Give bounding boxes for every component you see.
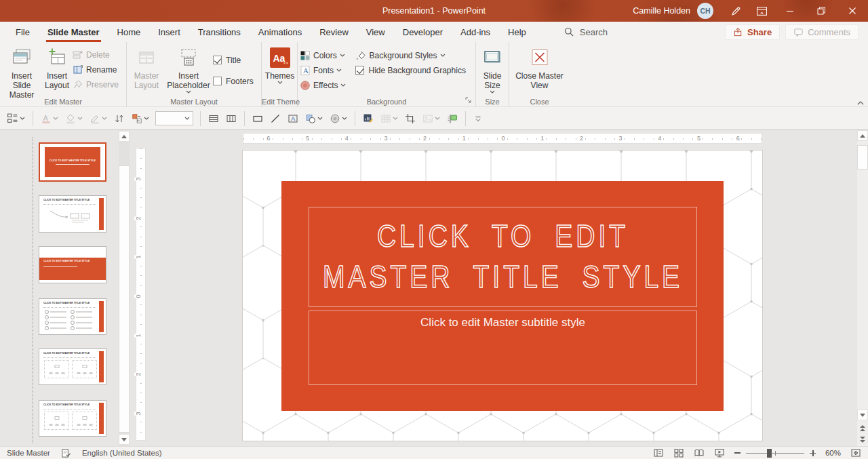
- group-label-master-layout: Master Layout: [127, 98, 261, 106]
- toolbar-separator: [355, 111, 355, 126]
- slide-thumbnail-two-content[interactable]: CLICK TO EDIT MASTER TITLE STYLE: [39, 348, 106, 385]
- fit-slide-to-window-button[interactable]: [850, 447, 861, 458]
- title-slide-background-shape[interactable]: CLICK TO EDIT MASTER TITLE STYLE Click t…: [281, 181, 724, 411]
- insert-placeholder-button[interactable]: Insert Placeholder: [164, 45, 213, 98]
- shape-effects-button[interactable]: [327, 111, 350, 126]
- background-styles-button[interactable]: Background Styles: [355, 49, 465, 61]
- collapse-ribbon-icon[interactable]: [857, 101, 864, 105]
- change-colors-icon: [132, 113, 142, 124]
- tab-add-ins[interactable]: Add-ins: [452, 22, 499, 42]
- main-scrollbar[interactable]: [857, 130, 868, 446]
- tab-insert[interactable]: Insert: [149, 22, 189, 42]
- slide-thumbnail-section-header[interactable]: CLICK TO EDIT MASTER TITLE STYLE: [39, 246, 106, 283]
- tab-review[interactable]: Review: [311, 22, 357, 42]
- slide-thumbnail-master[interactable]: CLICK TO EDIT MASTER TITLE STYLE: [39, 195, 106, 233]
- close-button[interactable]: [837, 0, 868, 22]
- sort-objects-button[interactable]: [111, 111, 127, 126]
- tab-help[interactable]: Help: [499, 22, 535, 42]
- share-button[interactable]: Share: [725, 24, 780, 40]
- zoom-out-button[interactable]: [734, 452, 741, 454]
- colors-button[interactable]: Colors: [300, 49, 346, 61]
- footers-checkbox-box[interactable]: [213, 77, 222, 85]
- hide-background-graphics-box[interactable]: [355, 66, 364, 75]
- ruler-number: 1: [134, 256, 143, 259]
- slide-size-button[interactable]: Slide Size: [478, 45, 507, 98]
- zoom-in-button[interactable]: [810, 450, 816, 456]
- thumbnail-scrollbar-thumb[interactable]: [119, 165, 130, 433]
- proofing-icon[interactable]: [61, 448, 71, 458]
- normal-view-button[interactable]: [653, 447, 664, 458]
- subtitle-placeholder[interactable]: Click to edit Master subtitle style: [309, 311, 697, 385]
- hide-background-graphics-checkbox[interactable]: Hide Background Graphics: [355, 64, 465, 76]
- svg-text:Aa: Aa: [273, 53, 285, 64]
- ribbon-display-options-icon[interactable]: [749, 0, 774, 22]
- footers-checkbox[interactable]: Footers: [213, 75, 254, 87]
- slide-sorter-view-button[interactable]: [673, 447, 684, 458]
- slide-canvas[interactable]: CLICK TO EDIT MASTER TITLE STYLE Click t…: [243, 151, 762, 441]
- comments-button[interactable]: Comments: [785, 24, 859, 40]
- next-slide-button[interactable]: [857, 434, 868, 445]
- thumbnail-scroll-down-button[interactable]: [119, 434, 130, 445]
- shapes-button[interactable]: [302, 111, 326, 126]
- ruler-number: 0: [500, 134, 506, 143]
- title-placeholder[interactable]: CLICK TO EDIT MASTER TITLE STYLE: [309, 207, 697, 307]
- line-shape-button[interactable]: [267, 111, 283, 126]
- search-box[interactable]: Search: [564, 22, 608, 42]
- scroll-up-button[interactable]: [857, 130, 868, 141]
- avatar[interactable]: CH: [697, 3, 713, 19]
- thumbnail-scroll-up-button[interactable]: [119, 131, 130, 142]
- previous-slide-button[interactable]: [857, 422, 868, 433]
- tab-slide-master[interactable]: Slide Master: [39, 22, 108, 42]
- themes-icon: Aa: [270, 47, 290, 68]
- horizontal-ruler[interactable]: 6543210123456: [243, 133, 762, 144]
- distribute-rows-button[interactable]: [205, 111, 222, 126]
- text-box-button[interactable]: A: [285, 111, 301, 126]
- title-checkbox-box[interactable]: [213, 56, 222, 64]
- more-options-button[interactable]: [471, 112, 486, 125]
- crop-button[interactable]: [402, 111, 418, 126]
- tab-developer[interactable]: Developer: [394, 22, 452, 42]
- insert-layout-button[interactable]: Insert Layout: [41, 45, 73, 98]
- style-combobox[interactable]: [155, 111, 193, 125]
- ruler-number: 2: [134, 216, 143, 220]
- effects-button[interactable]: Effects: [300, 79, 346, 91]
- reading-view-button[interactable]: [694, 447, 705, 458]
- slideshow-view-button[interactable]: [714, 447, 725, 458]
- outline-options-button[interactable]: [4, 111, 28, 126]
- slide-thumbnail-agenda[interactable]: CLICK TO EDIT MASTER TITLE STYLE: [39, 298, 106, 335]
- rename-button[interactable]: Rename: [73, 64, 119, 75]
- zoom-level[interactable]: 60%: [825, 449, 841, 457]
- distribute-columns-button[interactable]: [223, 111, 239, 126]
- vertical-ruler[interactable]: 3210123: [136, 148, 146, 441]
- master-title-text[interactable]: CLICK TO EDIT MASTER TITLE STYLE: [309, 216, 696, 298]
- animation-placeholder-button[interactable]: [444, 111, 460, 126]
- restore-button[interactable]: [806, 0, 837, 22]
- change-colors-button[interactable]: [129, 111, 152, 126]
- tab-transitions[interactable]: Transitions: [189, 22, 250, 42]
- scroll-down-button[interactable]: [857, 410, 868, 420]
- chevron-down-icon: [393, 117, 398, 120]
- tab-view[interactable]: View: [357, 22, 394, 42]
- tab-home[interactable]: Home: [108, 22, 150, 42]
- slide-thumbnail-title-layout[interactable]: CLICK TO EDIT MASTER TITLE STYLE: [39, 142, 106, 182]
- close-master-view-button[interactable]: Close Master View: [511, 45, 568, 98]
- rectangle-shape-button[interactable]: [250, 111, 266, 126]
- themes-button[interactable]: Aa Themes: [264, 45, 296, 98]
- fonts-button[interactable]: A Fonts: [300, 64, 346, 76]
- title-checkbox[interactable]: Title: [213, 54, 254, 66]
- main-scrollbar-thumb[interactable]: [857, 145, 868, 169]
- master-subtitle-text[interactable]: Click to edit Master subtitle style: [309, 316, 696, 330]
- thumbnail-scrollbar[interactable]: [119, 130, 130, 446]
- minimize-button[interactable]: [774, 0, 806, 22]
- zoom-slider-thumb[interactable]: [767, 449, 772, 458]
- ink-pen-icon[interactable]: [723, 0, 749, 22]
- edit-chart-button[interactable]: [360, 111, 376, 126]
- tab-file[interactable]: File: [7, 22, 39, 42]
- insert-slide-master-button[interactable]: Insert Slide Master: [2, 45, 41, 98]
- group-edit-theme: Aa Themes Edit Theme: [262, 42, 298, 106]
- zoom-slider[interactable]: [746, 448, 804, 458]
- language-label[interactable]: English (United States): [82, 449, 162, 457]
- tab-animations[interactable]: Animations: [250, 22, 311, 42]
- slide-thumbnail-two-content-2[interactable]: CLICK TO EDIT MASTER TITLE STYLE: [39, 400, 106, 437]
- insert-layout-icon: [47, 47, 67, 68]
